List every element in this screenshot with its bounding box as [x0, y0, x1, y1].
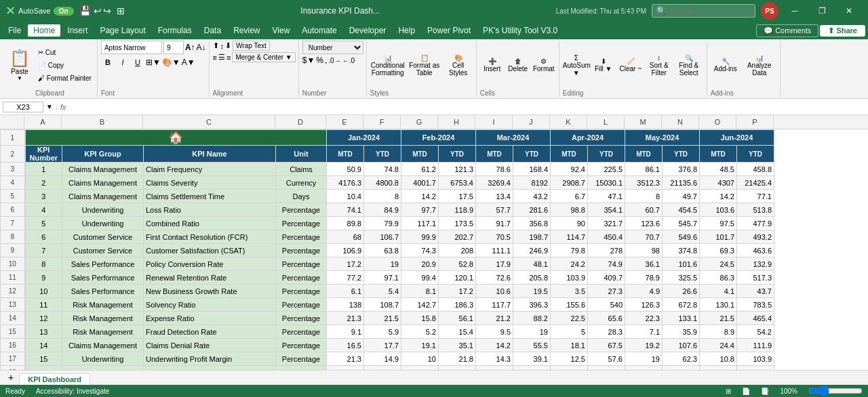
data-cell[interactable]: 117.1: [401, 217, 439, 230]
data-cell[interactable]: 5.2: [401, 325, 439, 339]
data-cell[interactable]: 9: [25, 271, 62, 285]
data-cell[interactable]: 155.6: [551, 298, 588, 312]
data-cell[interactable]: 15030.1: [588, 176, 625, 190]
page-break-view-button[interactable]: 📑: [761, 388, 769, 395]
data-cell[interactable]: 4001.7: [401, 176, 439, 190]
data-cell[interactable]: 465.4: [737, 312, 774, 325]
data-cell[interactable]: 69.3: [700, 244, 737, 257]
col-header-o[interactable]: O: [699, 115, 736, 129]
col-header-k[interactable]: K: [550, 115, 587, 129]
data-cell[interactable]: 15.4: [439, 325, 476, 339]
data-cell[interactable]: 16.5: [327, 339, 364, 352]
data-cell[interactable]: 24.2: [551, 257, 588, 271]
data-cell[interactable]: 48.5: [700, 163, 737, 176]
data-cell[interactable]: 77.1: [737, 190, 774, 203]
zoom-slider[interactable]: [808, 387, 863, 395]
name-box[interactable]: [3, 102, 43, 112]
data-cell[interactable]: Percentage: [276, 230, 327, 244]
data-cell[interactable]: 138: [327, 298, 364, 312]
data-cell[interactable]: Fraud Detection Rate: [144, 325, 276, 339]
menu-formulas[interactable]: Formulas: [153, 24, 197, 37]
data-cell[interactable]: 545.7: [663, 217, 700, 230]
increase-decimal-button[interactable]: .0→: [328, 57, 340, 64]
data-cell[interactable]: 126.3: [625, 298, 663, 312]
data-cell[interactable]: Currency: [276, 176, 327, 190]
data-cell[interactable]: 21.5: [700, 312, 737, 325]
data-cell[interactable]: Sales Performance: [62, 271, 144, 285]
data-cell[interactable]: 354.1: [588, 203, 625, 217]
data-cell[interactable]: Claims Management: [62, 190, 144, 203]
data-cell[interactable]: 61.2: [401, 163, 439, 176]
data-cell[interactable]: 409.7: [588, 271, 625, 285]
data-cell[interactable]: 513.8: [737, 203, 774, 217]
data-cell[interactable]: 92.4: [551, 163, 588, 176]
find-select-button[interactable]: 🔍Find & Select: [674, 54, 704, 77]
data-cell[interactable]: Claims Severity: [144, 176, 276, 190]
delete-button[interactable]: 🗑Delete: [506, 58, 530, 72]
data-cell[interactable]: 57.6: [588, 352, 625, 366]
data-cell[interactable]: 98: [625, 244, 663, 257]
data-cell[interactable]: 133.1: [663, 312, 700, 325]
data-cell[interactable]: 202.7: [439, 230, 476, 244]
data-cell[interactable]: 17.2: [439, 285, 476, 298]
data-cell[interactable]: 86.1: [625, 163, 663, 176]
data-cell[interactable]: 8.1: [401, 285, 439, 298]
data-cell[interactable]: 14.2: [700, 190, 737, 203]
data-cell[interactable]: 55.5: [513, 339, 551, 352]
data-cell[interactable]: Expense Ratio: [144, 312, 276, 325]
data-cell[interactable]: 14: [25, 339, 62, 352]
data-cell[interactable]: Claims: [276, 163, 327, 176]
data-cell[interactable]: 74.8: [364, 163, 401, 176]
col-header-a[interactable]: A: [24, 115, 62, 129]
data-cell[interactable]: 52.8: [439, 257, 476, 271]
data-cell[interactable]: 89.8: [327, 217, 364, 230]
data-cell[interactable]: 783.5: [737, 298, 774, 312]
insert-button[interactable]: ➕Insert: [480, 58, 505, 72]
data-cell[interactable]: 19: [513, 325, 551, 339]
data-cell[interactable]: 106.7: [364, 230, 401, 244]
data-cell[interactable]: Underwriting: [62, 352, 144, 366]
decrease-decimal-button[interactable]: ←.0: [342, 57, 355, 64]
data-cell[interactable]: 97.1: [364, 271, 401, 285]
autosave-toggle[interactable]: On: [54, 7, 74, 16]
data-cell[interactable]: 21.3: [327, 312, 364, 325]
data-cell[interactable]: 86.3: [700, 271, 737, 285]
data-cell[interactable]: 90: [551, 217, 588, 230]
menu-help[interactable]: Help: [393, 24, 420, 37]
menu-developer[interactable]: Developer: [344, 24, 392, 37]
data-cell[interactable]: 205.8: [513, 271, 551, 285]
sort-filter-button[interactable]: ↕Sort & Filter: [646, 54, 673, 77]
data-cell[interactable]: 198.7: [513, 230, 551, 244]
add-sheet-button[interactable]: +: [3, 370, 19, 385]
font-size-input[interactable]: [163, 41, 184, 54]
sheet-tab-active[interactable]: KPI Dashboard: [19, 373, 90, 385]
data-cell[interactable]: 5.4: [364, 285, 401, 298]
data-cell[interactable]: Percentage: [276, 271, 327, 285]
data-cell[interactable]: 10.4: [327, 190, 364, 203]
menu-view[interactable]: View: [267, 24, 296, 37]
data-cell[interactable]: 21.5: [364, 312, 401, 325]
data-cell[interactable]: 8.9: [700, 325, 737, 339]
paste-button[interactable]: 📋 Paste ▼: [5, 45, 34, 85]
data-cell[interactable]: 463.6: [737, 244, 774, 257]
data-cell[interactable]: 35.1: [439, 339, 476, 352]
align-middle-button[interactable]: ↕: [220, 42, 224, 50]
data-cell[interactable]: 70.5: [476, 230, 513, 244]
data-cell[interactable]: Percentage: [276, 217, 327, 230]
menu-insert[interactable]: Insert: [62, 24, 93, 37]
search-input[interactable]: [669, 7, 751, 15]
data-cell[interactable]: 91.7: [476, 217, 513, 230]
italic-button[interactable]: I: [116, 56, 130, 69]
data-cell[interactable]: 17.2: [327, 257, 364, 271]
data-cell[interactable]: Percentage: [276, 325, 327, 339]
data-cell[interactable]: 99.4: [401, 271, 439, 285]
data-cell[interactable]: 35.9: [663, 325, 700, 339]
data-cell[interactable]: 63.8: [364, 244, 401, 257]
data-cell[interactable]: 396.3: [513, 298, 551, 312]
data-cell[interactable]: 15: [25, 352, 62, 366]
data-cell[interactable]: 278: [588, 244, 625, 257]
data-cell[interactable]: 7: [25, 244, 62, 257]
data-cell[interactable]: 5: [25, 217, 62, 230]
data-cell[interactable]: 6.1: [327, 285, 364, 298]
data-cell[interactable]: 121.3: [439, 163, 476, 176]
